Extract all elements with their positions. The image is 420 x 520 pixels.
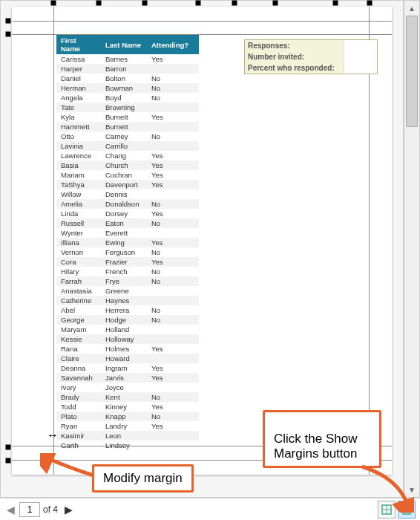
col-header-first: First Name bbox=[56, 35, 101, 54]
table-row: BradyKentNo bbox=[56, 392, 199, 402]
cell-last: Leon bbox=[101, 431, 147, 441]
cell-attending: No bbox=[147, 392, 199, 402]
cell-attending bbox=[147, 122, 199, 131]
cell-attending bbox=[147, 383, 199, 392]
summary-percent-label: Percent who responded: bbox=[245, 62, 344, 74]
margin-handle[interactable] bbox=[232, 1, 237, 6]
margin-handle[interactable] bbox=[6, 32, 11, 37]
status-bar: ◀ 1 of 4 ▶ bbox=[0, 498, 420, 520]
cell-first: Willow bbox=[56, 189, 101, 199]
cell-first: Hilary bbox=[56, 267, 101, 276]
cell-last: Frazier bbox=[101, 257, 147, 267]
page-count-label: of 4 bbox=[43, 504, 58, 515]
prev-page-button[interactable]: ◀ bbox=[4, 502, 16, 517]
cell-last: Carney bbox=[101, 131, 147, 141]
table-row: AngelaBoydNo bbox=[56, 93, 199, 103]
cell-first: Claire bbox=[56, 354, 101, 363]
cell-first: Cora bbox=[56, 257, 101, 267]
cell-attending: Yes bbox=[147, 421, 199, 431]
cell-attending bbox=[147, 334, 199, 344]
show-margins-button[interactable] bbox=[398, 501, 416, 519]
margin-line-right[interactable] bbox=[369, 7, 370, 475]
cell-last: Kent bbox=[101, 392, 147, 402]
table-row: IllianaEwingYes bbox=[56, 238, 199, 247]
cell-first: Lawrence bbox=[56, 151, 101, 160]
margin-handle[interactable] bbox=[196, 1, 201, 6]
cell-first: Ivory bbox=[56, 383, 101, 392]
table-row: TaShyaDavenportYes bbox=[56, 180, 199, 189]
cell-last: Donaldson bbox=[101, 199, 147, 209]
svg-rect-4 bbox=[404, 507, 409, 513]
table-row: WynterEverett bbox=[56, 228, 199, 238]
table-row: HarperBarron bbox=[56, 64, 199, 74]
margin-line-top1[interactable] bbox=[12, 21, 392, 22]
margin-handle[interactable] bbox=[6, 458, 11, 464]
cell-attending: No bbox=[147, 83, 199, 93]
cell-last: Holmes bbox=[101, 344, 147, 354]
cell-first: Hammett bbox=[56, 122, 101, 131]
cell-first: Kasimir bbox=[56, 431, 101, 441]
cell-attending: No bbox=[147, 93, 199, 103]
cell-attending bbox=[147, 441, 199, 450]
cell-last: Eaton bbox=[101, 218, 147, 228]
cell-attending bbox=[147, 286, 199, 296]
scroll-thumb[interactable] bbox=[406, 16, 418, 127]
cell-last: Bolton bbox=[101, 74, 147, 83]
margin-handle[interactable] bbox=[142, 1, 148, 6]
cell-attending: Yes bbox=[147, 170, 199, 180]
cell-attending: Yes bbox=[147, 402, 199, 412]
table-row: RussellEatonNo bbox=[56, 218, 199, 228]
cell-first: Linda bbox=[56, 209, 101, 218]
cell-first: Kyla bbox=[56, 112, 101, 122]
scroll-down-button[interactable]: ▼ bbox=[404, 482, 419, 497]
table-row: AnastasiaGreene bbox=[56, 286, 199, 296]
callout-show-margins: Click the Show Margins button bbox=[263, 410, 381, 468]
margin-handle[interactable] bbox=[51, 1, 56, 6]
cell-last: Browning bbox=[101, 103, 147, 112]
zoom-to-page-button[interactable] bbox=[378, 501, 396, 519]
cell-attending: Yes bbox=[147, 257, 199, 267]
summary-invited-value bbox=[344, 51, 377, 62]
cell-attending: Yes bbox=[147, 54, 199, 64]
cell-first: Daniel bbox=[56, 74, 101, 83]
margin-handle[interactable] bbox=[6, 445, 11, 450]
cell-last: Chang bbox=[101, 151, 147, 160]
table-row: CarissaBarnesYes bbox=[56, 54, 199, 64]
callout-text: Modify margin bbox=[103, 471, 183, 485]
table-row: CoraFrazierYes bbox=[56, 257, 199, 267]
cell-last: Holloway bbox=[101, 334, 147, 344]
cell-last: Ewing bbox=[101, 238, 147, 247]
margin-handle[interactable] bbox=[6, 19, 11, 24]
page-number-input[interactable]: 1 bbox=[19, 502, 40, 517]
cell-first: Russell bbox=[56, 218, 101, 228]
cell-last: French bbox=[101, 267, 147, 276]
scroll-track[interactable] bbox=[404, 16, 419, 482]
cell-first: Savannah bbox=[56, 373, 101, 383]
margin-line-left[interactable] bbox=[53, 7, 54, 475]
margin-handle[interactable] bbox=[273, 1, 278, 6]
attendee-table: First Name Last Name Attending? CarissaB… bbox=[56, 35, 199, 450]
callout-modify-margin: Modify margin bbox=[92, 464, 194, 493]
cell-first: Farrah bbox=[56, 276, 101, 286]
table-row: HermanBowmanNo bbox=[56, 83, 199, 93]
cell-attending: No bbox=[147, 247, 199, 257]
summary-responses-label: Responses: bbox=[245, 40, 344, 51]
table-row: KessieHolloway bbox=[56, 334, 199, 344]
margin-handle[interactable] bbox=[333, 1, 338, 6]
table-row: ToddKinneyYes bbox=[56, 402, 199, 412]
margin-handle[interactable] bbox=[96, 1, 102, 6]
cell-first: Brady bbox=[56, 392, 101, 402]
scroll-up-button[interactable]: ▲ bbox=[404, 1, 419, 16]
table-row: CatherineHaynes bbox=[56, 296, 199, 305]
next-page-button[interactable]: ▶ bbox=[62, 502, 74, 517]
cell-attending: Yes bbox=[147, 112, 199, 122]
cell-first: Wynter bbox=[56, 228, 101, 238]
margin-handle[interactable] bbox=[367, 1, 373, 6]
table-row: GarthLindsey bbox=[56, 441, 199, 450]
vertical-scrollbar[interactable]: ▲ ▼ bbox=[404, 0, 420, 498]
cell-attending: No bbox=[147, 276, 199, 286]
cell-first: Plato bbox=[56, 412, 101, 421]
table-row: OttoCarneyNo bbox=[56, 131, 199, 141]
table-row: LawrenceChangYes bbox=[56, 151, 199, 160]
table-row: MariamCochranYes bbox=[56, 170, 199, 180]
